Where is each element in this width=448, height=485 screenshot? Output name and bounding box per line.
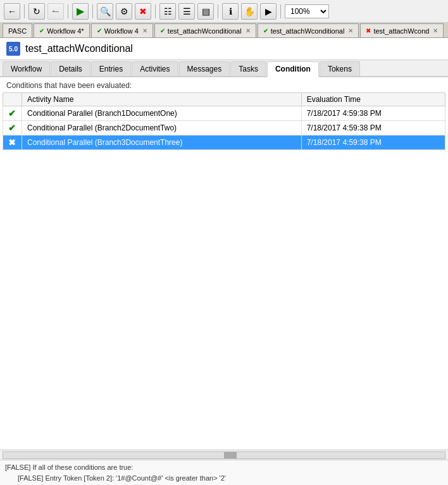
row-status: ✖: [3, 135, 22, 150]
tab-tokens[interactable]: Tokens: [320, 61, 360, 76]
tab-close-icon[interactable]: ✕: [348, 27, 353, 34]
col-time: Evaluation Time: [301, 93, 445, 106]
col-status: [3, 93, 22, 106]
tab-check-icon: ✔: [160, 27, 165, 34]
separator: [68, 4, 68, 18]
separator: [92, 4, 93, 18]
chart-button[interactable]: ▤: [197, 3, 214, 20]
tab-attach2[interactable]: ✔ test_attachWconditional ✕: [258, 23, 359, 37]
info-button[interactable]: ℹ: [222, 3, 239, 20]
settings-button[interactable]: ⚙: [116, 3, 132, 20]
separator: [280, 4, 281, 18]
separator: [155, 4, 156, 18]
scrollbar-track[interactable]: [3, 451, 445, 459]
status-line-2: [FALSE] Entry Token [Token 2]: '1#@Count…: [5, 473, 443, 484]
separator: [24, 4, 25, 18]
zoom-select[interactable]: 100% 50% 75% 125% 150%: [285, 4, 329, 18]
row-time: 7/18/2017 4:59:38 PM: [301, 106, 445, 121]
tab-attach1[interactable]: ✔ test_attachWconditional ✕: [154, 23, 256, 37]
table-row[interactable]: ✖ Conditional Parallel (Branch3DocumentT…: [3, 135, 445, 150]
x-icon: ✖: [8, 137, 16, 148]
inner-tab-bar: Workflow Details Entries Activities Mess…: [0, 60, 448, 77]
tab-condition[interactable]: Condition: [267, 61, 319, 77]
conditions-table-container: Activity Name Evaluation Time ✔ Conditio…: [3, 92, 445, 450]
row-time: 7/18/2017 4:59:38 PM: [301, 121, 445, 135]
horizontal-scrollbar[interactable]: [0, 450, 448, 460]
conditions-area: Conditions that have been evaluated: Act…: [0, 77, 448, 460]
tab-x-icon: ✖: [366, 27, 371, 34]
page-title-bar: 5.0 test_attachWconditional: [0, 38, 448, 60]
row-activity: Conditional Parallel (Branch2DocumentTwo…: [22, 121, 302, 135]
check-icon: ✔: [8, 108, 16, 118]
check-icon: ✔: [8, 123, 16, 133]
col-activity: Activity Name: [22, 93, 302, 106]
tab-pasc-label: PASC: [8, 27, 27, 35]
back-button[interactable]: ←: [4, 3, 20, 20]
page-icon-text: 5.0: [9, 46, 18, 53]
tab-check-icon: ✔: [263, 27, 268, 34]
separator: [218, 4, 218, 18]
stop-button[interactable]: ✖: [135, 3, 151, 20]
search-button[interactable]: 🔍: [97, 3, 113, 20]
tab-tasks[interactable]: Tasks: [230, 61, 266, 76]
row-status: ✔: [3, 106, 22, 121]
undo-button[interactable]: ↻: [28, 3, 45, 20]
cursor-button[interactable]: ▶: [260, 3, 277, 20]
row-status: ✔: [3, 121, 22, 135]
main-area: 5.0 test_attachWconditional Workflow Det…: [0, 38, 448, 485]
tab-activities[interactable]: Activities: [132, 61, 178, 76]
page-title: test_attachWconditional: [25, 43, 133, 54]
tab-entries[interactable]: Entries: [91, 61, 131, 76]
status-line-1: [FALSE] If all of these conditions are t…: [5, 462, 443, 473]
tab-attach3-label: test_attachWcond: [373, 27, 429, 35]
hand-button[interactable]: ✋: [241, 3, 258, 20]
conditions-label: Conditions that have been evaluated:: [0, 77, 448, 92]
tab-workflow4[interactable]: ✔ Workflow 4 ✕: [91, 23, 153, 37]
toolbar: ← ↻ ↼ ▶ 🔍 ⚙ ✖ ☷ ☰ ▤ ℹ ✋ ▶ 100% 50% 75% 1…: [0, 0, 448, 23]
tab-attach3[interactable]: ✖ test_attachWcond ✕: [360, 23, 444, 37]
tab-check-icon: ✔: [97, 27, 102, 34]
tab-workflow[interactable]: Workflow: [3, 61, 50, 76]
status-bar: [FALSE] If all of these conditions are t…: [0, 460, 448, 485]
tab-pasc[interactable]: PASC: [3, 23, 32, 37]
tab-workflow4-star-label: Workflow 4*: [47, 27, 84, 35]
row-time: 7/18/2017 4:59:38 PM: [301, 135, 445, 150]
tab-details[interactable]: Details: [51, 61, 90, 76]
table-row[interactable]: ✔ Conditional Parallel (Branch1DocumentO…: [3, 106, 445, 121]
scrollbar-thumb[interactable]: [224, 452, 237, 458]
tab-messages[interactable]: Messages: [179, 61, 230, 76]
tab-close-icon[interactable]: ✕: [142, 27, 147, 34]
tab-close-icon[interactable]: ✕: [246, 27, 251, 34]
tab-attach2-label: test_attachWconditional: [271, 27, 345, 35]
grid-button[interactable]: ☷: [159, 3, 176, 20]
row-activity: Conditional Parallel (Branch1DocumentOne…: [22, 106, 302, 121]
redo-button[interactable]: ↼: [47, 3, 64, 20]
list-button[interactable]: ☰: [178, 3, 195, 20]
conditions-table: Activity Name Evaluation Time ✔ Conditio…: [3, 92, 445, 150]
tab-close-icon[interactable]: ✕: [433, 27, 438, 34]
run-button[interactable]: ▶: [72, 3, 89, 20]
tab-bar: PASC ✔ Workflow 4* ✔ Workflow 4 ✕ ✔ test…: [0, 23, 448, 38]
tab-workflow4-star[interactable]: ✔ Workflow 4*: [34, 23, 89, 37]
table-row[interactable]: ✔ Conditional Parallel (Branch2DocumentT…: [3, 121, 445, 135]
tab-workflow4-label: Workflow 4: [104, 27, 139, 35]
tab-check-icon: ✔: [39, 27, 44, 34]
tab-attach1-label: test_attachWconditional: [168, 27, 242, 35]
row-activity: Conditional Parallel (Branch3DocumentThr…: [22, 135, 302, 150]
page-icon: 5.0: [6, 42, 20, 56]
